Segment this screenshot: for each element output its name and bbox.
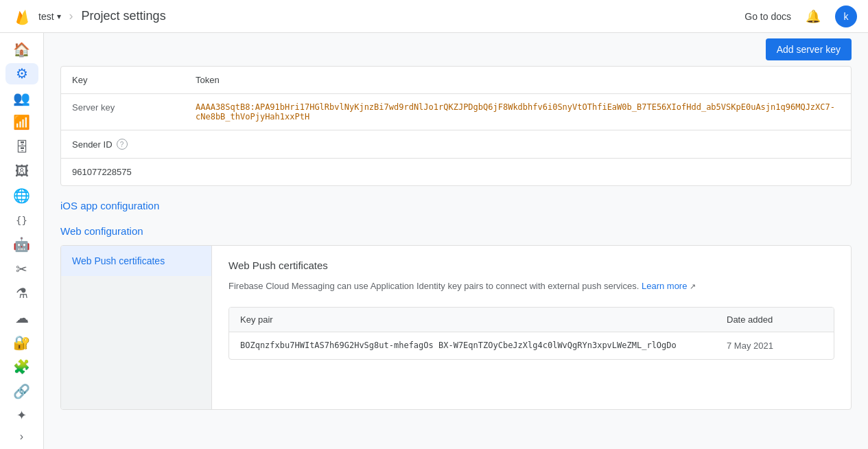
spark-icon: ✦ bbox=[16, 408, 27, 423]
web-config-tabs: Web Push certificates bbox=[61, 246, 212, 409]
gallery-icon: 🖼 bbox=[15, 163, 29, 179]
web-push-panel-title: Web Push certificates bbox=[228, 260, 834, 271]
sidebar-item-auth[interactable]: 🔐 bbox=[5, 332, 38, 354]
auth-icon: 🔐 bbox=[13, 334, 30, 351]
expand-icon: › bbox=[20, 430, 23, 443]
go-to-docs-link[interactable]: Go to docs bbox=[744, 11, 791, 22]
sidebar-item-ml[interactable]: 🤖 bbox=[5, 234, 38, 256]
sidebar-item-cloud[interactable]: ☁ bbox=[5, 307, 38, 329]
add-server-key-row: Add server key bbox=[60, 33, 852, 66]
main-layout: 🏠 ⚙ 👥 📶 🗄 🖼 🌐 {} 🤖 ✂ ⚗ bbox=[0, 33, 868, 449]
extensions-icon: 🧩 bbox=[13, 358, 30, 375]
notifications-button[interactable]: 🔔 bbox=[802, 5, 824, 27]
date-added-value: 7 May 2021 bbox=[727, 341, 823, 351]
topbar: test ▾ › Project settings Go to docs 🔔 k bbox=[0, 0, 868, 33]
globe-icon: 🌐 bbox=[13, 187, 30, 204]
bell-icon: 🔔 bbox=[806, 9, 821, 24]
sidebar: 🏠 ⚙ 👥 📶 🗄 🖼 🌐 {} 🤖 ✂ ⚗ bbox=[0, 33, 44, 449]
learn-more-link[interactable]: Learn more bbox=[642, 281, 687, 291]
page-title: Project settings bbox=[82, 9, 166, 23]
server-key-table-header: Key Token bbox=[61, 67, 851, 94]
topbar-right: Go to docs 🔔 k bbox=[744, 5, 857, 27]
ml-icon: 🤖 bbox=[13, 236, 30, 253]
table-row: Server key AAAA38SqtB8:APA91bHri17HGlRbv… bbox=[61, 94, 851, 130]
project-name: test bbox=[38, 11, 54, 22]
sidebar-item-extensions[interactable]: 🧩 bbox=[5, 356, 38, 378]
web-config-panel: Web Push certificates Firebase Cloud Mes… bbox=[212, 246, 851, 409]
sender-id-header: Sender ID ? bbox=[61, 130, 851, 159]
keypair-table-header: Key pair Date added bbox=[229, 308, 834, 332]
storage-icon: 🗄 bbox=[15, 139, 29, 155]
keypair-table: Key pair Date added BOZqnzfxbu7HWItAS7h6… bbox=[228, 307, 834, 360]
server-key-card: Key Token Server key AAAA38SqtB8:APA91bH… bbox=[60, 66, 852, 186]
keypair-value: BOZqnzfxbu7HWItAS7h69G2HvSg8ut-mhefagOs … bbox=[240, 341, 727, 350]
server-key-label: Server key bbox=[72, 102, 196, 113]
ios-section-heading: iOS app configuration bbox=[60, 200, 852, 211]
sender-id-label: Sender ID bbox=[72, 139, 113, 150]
sidebar-item-storage[interactable]: 🗄 bbox=[5, 136, 38, 158]
topbar-divider: › bbox=[69, 9, 73, 23]
signal-icon: 📶 bbox=[13, 114, 30, 130]
web-config-container: Web Push certificates Web Push certifica… bbox=[60, 245, 852, 410]
server-key-value: AAAA38SqtB8:APA91bHri17HGlRbvlNyKjnzBi7w… bbox=[196, 102, 840, 122]
sidebar-item-home[interactable]: 🏠 bbox=[5, 38, 38, 60]
user-avatar[interactable]: k bbox=[835, 5, 857, 27]
web-config-section-heading: Web configuration bbox=[60, 225, 852, 237]
external-link-icon: ↗ bbox=[690, 282, 696, 290]
sender-id-help-icon[interactable]: ? bbox=[117, 139, 128, 150]
sidebar-item-hosting[interactable]: 📶 bbox=[5, 112, 38, 134]
flask-icon: ⚗ bbox=[16, 285, 28, 301]
add-server-key-button[interactable]: Add server key bbox=[766, 38, 852, 60]
project-chevron: ▾ bbox=[57, 12, 61, 21]
tab-web-push-certificates[interactable]: Web Push certificates bbox=[61, 246, 211, 276]
users-icon: 👥 bbox=[13, 90, 30, 106]
cloud-icon: ☁ bbox=[15, 310, 29, 326]
sidebar-item-flask[interactable]: ⚗ bbox=[5, 283, 38, 305]
sender-id-value: 961077228575 bbox=[61, 159, 851, 185]
gear-icon: ⚙ bbox=[16, 65, 28, 82]
tools-icon: ✂ bbox=[16, 261, 27, 277]
date-added-col-header: Date added bbox=[727, 314, 823, 325]
home-icon: 🏠 bbox=[13, 41, 30, 58]
main-content: Add server key Key Token Server key AAAA… bbox=[44, 33, 868, 449]
sidebar-item-functions[interactable]: {} bbox=[5, 209, 38, 231]
firebase-logo bbox=[11, 5, 33, 27]
sidebar-item-settings[interactable]: ⚙ bbox=[5, 63, 38, 85]
sidebar-item-gallery[interactable]: 🖼 bbox=[5, 161, 38, 183]
web-push-desc-text: Firebase Cloud Messaging can use Applica… bbox=[228, 281, 642, 291]
functions-icon: {} bbox=[16, 215, 27, 226]
web-push-description: Firebase Cloud Messaging can use Applica… bbox=[228, 279, 834, 293]
keypair-row: BOZqnzfxbu7HWItAS7h69G2HvSg8ut-mhefagOs … bbox=[229, 332, 834, 359]
sidebar-item-users[interactable]: 👥 bbox=[5, 87, 38, 109]
tab-label: Web Push certificates bbox=[72, 255, 165, 266]
sidebar-item-spark[interactable]: ✦ bbox=[5, 404, 38, 426]
key-col-header: Key bbox=[72, 75, 196, 85]
links-icon: 🔗 bbox=[13, 383, 30, 400]
sidebar-expand-button[interactable]: › bbox=[5, 429, 38, 444]
sidebar-item-links[interactable]: 🔗 bbox=[5, 380, 38, 402]
project-selector[interactable]: test ▾ bbox=[38, 11, 61, 22]
key-pair-col-header: Key pair bbox=[240, 314, 727, 325]
sidebar-item-tools[interactable]: ✂ bbox=[5, 258, 38, 280]
token-col-header: Token bbox=[196, 75, 840, 85]
sidebar-item-globe[interactable]: 🌐 bbox=[5, 185, 38, 207]
